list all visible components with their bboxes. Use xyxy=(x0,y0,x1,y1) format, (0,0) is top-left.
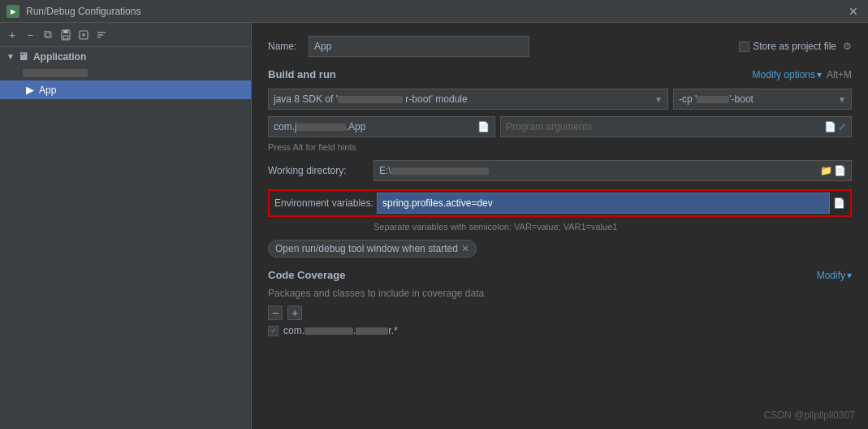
expand-icon: ⤢ xyxy=(838,121,846,132)
sdk-dropdown[interactable]: java 8 SDK of ' r-boot' module ▼ xyxy=(268,89,668,110)
tree-item-application[interactable]: ▼ 🖥 Application xyxy=(0,47,251,66)
main-class-browse-icon: 📄 xyxy=(477,121,490,132)
svg-text:▶: ▶ xyxy=(11,8,16,15)
cp-value: -cp ''-boot xyxy=(679,93,754,105)
modify-options-label: Modify options xyxy=(753,69,815,80)
main-class-row: com.j.App 📄 Program arguments 📄 ⤢ xyxy=(268,116,852,137)
store-checkbox-row: Store as project file ⚙ xyxy=(739,41,852,52)
env-var-input[interactable] xyxy=(377,193,830,214)
env-var-label: Environment variables: xyxy=(271,197,377,209)
coverage-modify-button[interactable]: Modify ▾ xyxy=(817,270,852,281)
build-run-title: Build and run xyxy=(268,68,336,80)
main-class-value: com.j.App xyxy=(274,121,365,132)
run-window-chip: Open run/debug tool window when started … xyxy=(268,240,477,258)
coverage-controls: − + xyxy=(268,306,852,320)
browse-icon2: 📄 xyxy=(834,165,846,176)
tree-application-label: Application xyxy=(33,51,86,63)
save-config-button[interactable] xyxy=(58,28,73,42)
watermark: CSDN @pllpllpll0307 xyxy=(764,410,855,421)
add-config-button[interactable]: + xyxy=(5,28,19,42)
cp-dropdown-arrow: ▼ xyxy=(838,95,846,104)
modify-chevron-icon: ▾ xyxy=(847,270,852,281)
modify-options-button[interactable]: Modify options ▾ Alt+M xyxy=(753,69,852,80)
working-dir-label: Working directory: xyxy=(268,165,374,176)
main-class-dropdown[interactable]: com.j.App 📄 xyxy=(268,116,495,137)
chevron-down-icon: ▾ xyxy=(817,69,822,80)
dialog-title: Run/Debug Configurations xyxy=(26,6,845,17)
coverage-packages-label: Packages and classes to include in cover… xyxy=(268,288,852,299)
chip-close-button[interactable]: ✕ xyxy=(461,243,469,254)
new-config-button[interactable] xyxy=(76,28,91,42)
coverage-package-value: com..r.* xyxy=(283,325,398,336)
close-button[interactable]: ✕ xyxy=(845,5,862,18)
run-config-icon: ▶ xyxy=(26,84,34,96)
dropdown-arrow: ▼ xyxy=(654,95,663,104)
store-checkbox[interactable] xyxy=(739,41,749,52)
sidebar-toolbar: + − ⧉ xyxy=(0,23,251,47)
name-input[interactable] xyxy=(309,36,529,57)
chevron-down-icon: ▼ xyxy=(6,52,15,61)
tree-app-label: App xyxy=(39,84,56,96)
modify-label: Modify xyxy=(817,270,845,281)
application-icon: 🖥 xyxy=(18,50,28,63)
folder-icon: 📁 xyxy=(820,165,832,176)
coverage-item: com..r.* xyxy=(268,325,852,336)
browse-icon: 📄 xyxy=(824,121,836,132)
sdk-row: java 8 SDK of ' r-boot' module ▼ -cp ''-… xyxy=(268,89,852,110)
copy-config-button[interactable]: ⧉ xyxy=(41,28,55,42)
add-coverage-btn[interactable]: + xyxy=(287,306,302,320)
build-run-header: Build and run Modify options ▾ Alt+M xyxy=(268,68,852,80)
code-coverage-section: Code Coverage Modify ▾ Packages and clas… xyxy=(268,269,852,336)
tree-item-app[interactable]: ▶ App xyxy=(0,80,251,99)
settings-icon: ⚙ xyxy=(843,41,852,52)
coverage-header: Code Coverage Modify ▾ xyxy=(268,269,852,281)
svg-rect-4 xyxy=(63,36,68,39)
remove-config-button[interactable]: − xyxy=(23,28,37,42)
app-icon: ▶ xyxy=(6,5,19,18)
program-args-input[interactable]: Program arguments 📄 ⤢ xyxy=(500,116,852,137)
main-container: + − ⧉ ▼ 🖥 Application ▶ App xyxy=(0,23,868,429)
alt-hint: Press Alt for field hints xyxy=(268,142,852,152)
cp-dropdown[interactable]: -cp ''-boot ▼ xyxy=(673,89,852,110)
chip-label: Open run/debug tool window when started xyxy=(275,243,458,254)
tree-item-blurred xyxy=(0,66,251,80)
chip-row: Open run/debug tool window when started … xyxy=(268,240,852,258)
remove-coverage-btn[interactable]: − xyxy=(268,306,283,320)
env-var-browse-icon: 📄 xyxy=(830,197,849,209)
title-bar: ▶ Run/Debug Configurations ✕ xyxy=(0,0,868,23)
sidebar: + − ⧉ ▼ 🖥 Application ▶ App xyxy=(0,23,252,429)
working-dir-input[interactable]: E:\ 📁 📄 xyxy=(374,160,852,181)
working-dir-row: Working directory: E:\ 📁 📄 xyxy=(268,160,852,181)
env-separator-hint: Separate variables with semicolon: VAR=v… xyxy=(374,222,852,232)
sort-button[interactable] xyxy=(94,28,109,42)
svg-rect-3 xyxy=(63,30,68,33)
coverage-title: Code Coverage xyxy=(268,269,345,281)
env-var-row: Environment variables: 📄 xyxy=(268,189,852,217)
right-panel: Name: Store as project file ⚙ Build and … xyxy=(252,23,868,429)
blurred-label xyxy=(23,69,88,77)
sdk-value: java 8 SDK of ' r-boot' module xyxy=(274,93,468,105)
program-args-placeholder: Program arguments xyxy=(506,121,592,132)
name-row: Name: Store as project file ⚙ xyxy=(268,36,852,57)
store-label: Store as project file xyxy=(753,41,836,52)
name-label: Name: xyxy=(268,41,309,52)
coverage-checkbox[interactable] xyxy=(268,326,279,336)
modify-options-shortcut: Alt+M xyxy=(827,69,852,80)
working-dir-value: E:\ xyxy=(379,165,489,176)
